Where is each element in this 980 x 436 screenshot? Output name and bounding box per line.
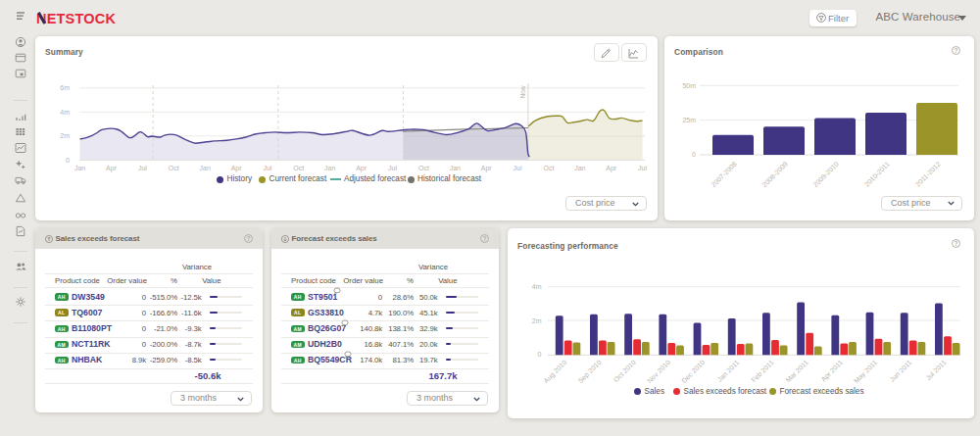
svg-text:Dec 2010: Dec 2010 — [680, 359, 706, 384]
svg-text:4m: 4m — [60, 108, 70, 115]
svg-text:0: 0 — [692, 151, 696, 158]
svg-text:Jan: Jan — [324, 165, 335, 171]
svg-text:Jan: Jan — [450, 165, 461, 171]
svg-text:Nov 2010: Nov 2010 — [645, 359, 670, 384]
svg-text:Feb 2011: Feb 2011 — [750, 359, 775, 384]
svg-text:2008-2009: 2008-2009 — [760, 160, 789, 188]
svg-text:0: 0 — [66, 156, 70, 163]
svg-text:Jul: Jul — [514, 165, 522, 171]
svg-text:4m: 4m — [531, 283, 541, 290]
svg-text:Apr: Apr — [606, 165, 617, 172]
svg-text:25m: 25m — [682, 117, 696, 123]
svg-text:Jul: Jul — [263, 165, 271, 171]
svg-text:Apr: Apr — [481, 165, 493, 172]
svg-text:50m: 50m — [682, 81, 696, 88]
svg-text:2011-2012: 2011-2012 — [914, 160, 942, 187]
svg-text:Oct: Oct — [418, 165, 429, 171]
svg-text:Apr: Apr — [106, 165, 118, 172]
svg-text:Aug 2010: Aug 2010 — [542, 359, 568, 385]
svg-text:Oct: Oct — [544, 165, 555, 171]
svg-text:Jan: Jan — [74, 165, 85, 171]
svg-text:6m: 6m — [60, 84, 70, 91]
svg-text:Jul 2011: Jul 2011 — [924, 359, 947, 381]
svg-text:Oct: Oct — [169, 165, 179, 171]
svg-text:Jul: Jul — [138, 165, 147, 171]
svg-text:Jul: Jul — [388, 165, 397, 171]
svg-text:2m: 2m — [531, 317, 541, 324]
svg-text:2009-2010: 2009-2010 — [811, 160, 840, 188]
svg-text:Jun 2011: Jun 2011 — [888, 359, 912, 383]
svg-text:Jan: Jan — [574, 165, 585, 171]
svg-text:2010-2011: 2010-2011 — [863, 160, 891, 187]
svg-text:Mar 2011: Mar 2011 — [784, 359, 809, 384]
svg-text:2m: 2m — [60, 132, 70, 139]
svg-text:Sep 2010: Sep 2010 — [576, 359, 603, 385]
svg-text:May 2011: May 2011 — [852, 359, 878, 385]
svg-text:2007-2008: 2007-2008 — [710, 160, 738, 188]
svg-text:Now: Now — [519, 85, 526, 98]
svg-text:Apr 2011: Apr 2011 — [819, 359, 844, 383]
svg-text:Jul: Jul — [638, 165, 647, 171]
svg-text:Oct: Oct — [293, 165, 304, 171]
svg-text:Jan: Jan — [200, 165, 211, 171]
svg-text:Jan 2011: Jan 2011 — [715, 359, 740, 383]
svg-text:Apr: Apr — [356, 165, 368, 172]
svg-text:Apr: Apr — [231, 165, 243, 172]
svg-text:0: 0 — [537, 351, 541, 358]
svg-text:Oct 2010: Oct 2010 — [612, 359, 636, 383]
